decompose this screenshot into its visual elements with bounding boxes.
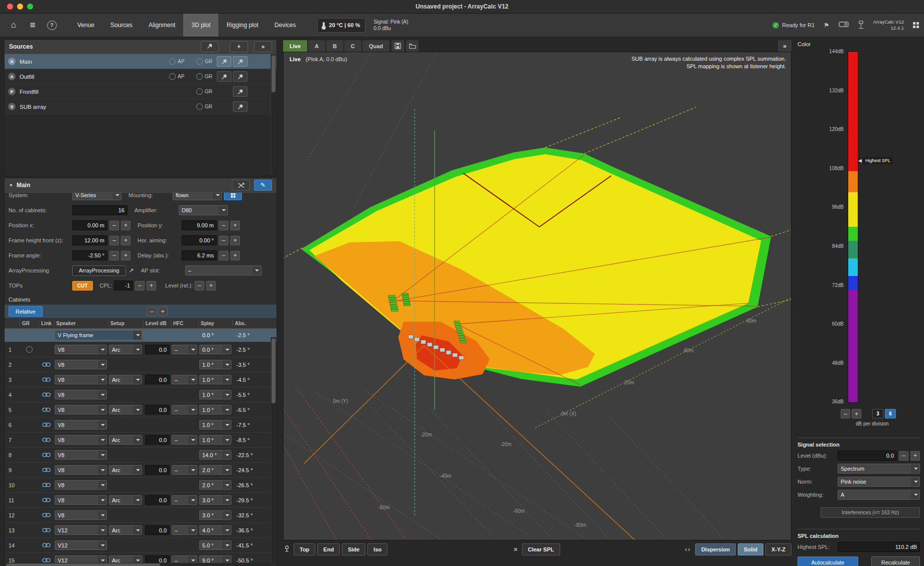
hfc-select[interactable]: – [172,345,197,354]
zoom-window-button[interactable] [27,4,33,10]
splay-select[interactable]: 1.0 ° [199,375,231,384]
delay-increment[interactable]: + [230,251,240,260]
cabinets-scrollbar[interactable] [271,337,276,562]
setup-select[interactable]: Arc [109,495,142,505]
link-cell[interactable] [39,512,54,518]
hfc-select[interactable]: – [172,405,197,414]
level-input[interactable]: 0.0 [145,345,170,354]
link-cell[interactable] [39,377,54,382]
pin-button[interactable] [217,71,231,82]
speaker-select[interactable]: V8 [55,435,107,445]
level-rel-decrement[interactable]: – [195,281,204,291]
setup-select[interactable]: Arc [109,465,142,475]
cut-toggle-button[interactable]: CUT [72,281,93,291]
link-cell[interactable] [39,542,54,548]
link-cell[interactable] [39,557,54,563]
add-source-button[interactable]: + [230,41,248,52]
autocalculate-button[interactable]: Autocalculate [798,556,858,566]
view-button-iso[interactable]: Iso [367,543,387,555]
splay-select[interactable]: 1.0 ° [199,390,231,399]
close-window-button[interactable] [7,4,13,10]
app-grid-icon[interactable] [913,22,919,28]
xyz-button[interactable]: X-Y-Z [765,543,791,555]
gr-toggle[interactable]: GR [196,103,212,110]
help-button[interactable]: ? [43,17,60,34]
pin-button[interactable] [233,101,247,112]
toolbar-tab-3d-plot[interactable]: 3D plot [183,14,218,37]
position-y-input[interactable]: 9.00 m [182,220,217,230]
hfc-select[interactable]: – [172,465,197,475]
recalculate-button[interactable]: Recalculate [871,556,920,566]
rig-icon[interactable] [858,21,864,30]
link-cell[interactable] [39,362,54,367]
amplifier-select[interactable]: D80 [179,205,228,215]
plot-tab-quad[interactable]: Quad [362,40,389,52]
cpl-input[interactable]: -1 [114,280,133,291]
frame-height-increment[interactable]: + [121,236,130,245]
save-snapshot-button[interactable] [391,40,404,52]
splay-select[interactable]: 14.0 ° [199,450,231,460]
speaker-select[interactable]: V8 [55,495,107,505]
splay-select[interactable]: 1.0 ° [199,405,231,414]
source-detail-header[interactable]: ▼ Main ✎ [5,178,277,193]
cabinets-hscrollbar[interactable] [5,563,271,566]
division-option-3[interactable]: 3 [872,409,883,418]
position-y-increment[interactable]: + [230,221,240,230]
speaker-select[interactable]: V12 [55,540,107,550]
pin-button[interactable] [233,86,247,97]
display-icon[interactable] [839,22,849,29]
source-row-frontfill[interactable]: PFrontfillGR [5,84,277,99]
speaker-select[interactable]: V8 [55,375,107,384]
link-cell[interactable] [39,422,54,428]
frame-select[interactable]: V Flying frame [55,330,142,340]
system-select[interactable]: V-Series [72,193,121,200]
splay-select[interactable]: 3.0 ° [199,495,231,505]
splay-select[interactable]: 0.0 ° [199,345,231,354]
speaker-select[interactable]: V12 [55,525,107,535]
gr-toggle[interactable]: GR [196,58,212,65]
relative-mode-button[interactable]: Relative [9,306,43,317]
splay-select[interactable]: 1.0 ° [199,420,231,430]
level-input[interactable]: 0.0 [145,435,170,445]
level-input[interactable]: 0.0 [145,465,170,475]
link-cell[interactable] [39,497,54,503]
delay-input[interactable]: 6.2 ms [182,250,217,260]
cabinets-count-input[interactable]: 16 [72,205,127,215]
link-cell[interactable] [39,452,54,458]
external-link-icon[interactable]: ↗ [129,267,134,274]
weighting-select[interactable]: A [838,490,920,500]
link-cell[interactable] [39,527,54,533]
speaker-select[interactable]: V8 [55,510,107,520]
frame-height-input[interactable]: 12.00 m [72,235,107,245]
dispersion-button[interactable]: Dispersion [695,543,736,555]
level-input[interactable]: 0.0 [145,405,170,414]
mounting-select[interactable]: flown [173,193,222,200]
plot-tab-c[interactable]: C [344,40,361,52]
plot-more-button[interactable]: » [778,40,791,52]
setup-select[interactable]: Arc [109,525,142,535]
position-x-decrement[interactable]: – [109,221,119,230]
hor-aiming-increment[interactable]: + [230,236,240,245]
speaker-select[interactable]: V8 [55,360,107,369]
splay-select[interactable]: 4.0 ° [199,525,231,535]
speaker-select[interactable]: V8 [55,405,107,414]
frame-angle-input[interactable]: -2.50 ° [72,250,107,260]
position-x-input[interactable]: 0.00 m [72,220,107,230]
spl-plot-canvas[interactable]: Live(Pink A, 0.0 dBu) SUB array is alway… [283,52,791,540]
minimize-window-button[interactable] [17,4,23,10]
splay-select[interactable]: 1.0 ° [199,360,231,369]
level-rel-increment[interactable]: + [206,281,216,291]
setup-select[interactable]: Arc [109,405,142,414]
arrayprocessing-button[interactable]: ArrayProcessing [72,265,126,276]
hor-aiming-decrement[interactable]: – [219,236,228,245]
splay-select[interactable]: 2.0 ° [199,480,231,490]
level-input[interactable]: 0.0 [145,525,170,535]
speaker-select[interactable]: V8 [55,420,107,430]
toolbar-tab-alignment[interactable]: Alignment [141,14,183,37]
position-x-increment[interactable]: + [121,221,130,230]
splay-select[interactable]: 5.0 ° [199,540,231,550]
toolbar-tab-venue[interactable]: Venue [69,14,102,37]
spl-plot-3d[interactable] [284,52,791,540]
gr-toggle[interactable]: GR [196,73,212,80]
source-row-outfill[interactable]: AOutfillAPGR [5,69,277,84]
